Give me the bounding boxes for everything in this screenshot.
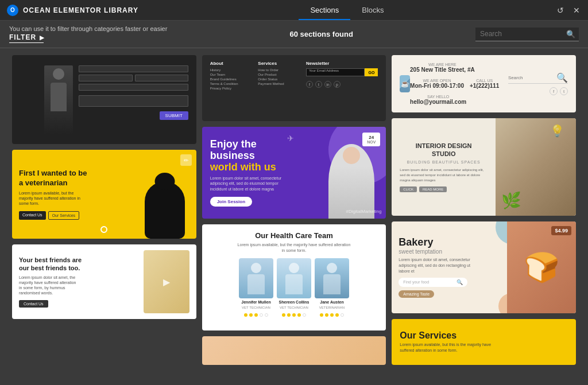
- bakery-body: Lorem ipsum dolor sit amet, consectetur …: [399, 257, 473, 274]
- social-twitter-icon: t: [315, 81, 322, 88]
- form-field-3: [79, 84, 188, 91]
- form-field-2b: [135, 75, 188, 81]
- card-dark-form[interactable]: SUBMIT: [12, 55, 196, 144]
- social-facebook-icon: f: [306, 81, 313, 88]
- filter-button[interactable]: FILTER ▶: [9, 33, 45, 41]
- card-our-services[interactable]: Our Services Lorem ipsum available, but …: [392, 319, 576, 365]
- toolbar-hint: You can use it to filter through categor…: [9, 25, 167, 32]
- footer-services-item-2: Our Product: [258, 73, 306, 76]
- services-subtitle: Lorem ipsum available, but this is the m…: [400, 342, 503, 353]
- bakery-search-icon: 🔍: [457, 279, 463, 285]
- topbar-search-input[interactable]: [508, 75, 554, 80]
- card-topbar[interactable]: ☕ WE ARE HERE 205 New Title Street, #A W…: [392, 55, 576, 112]
- social-instagram-icon: in: [324, 81, 331, 88]
- health-member-3-role: VETERINARIAN: [319, 306, 345, 309]
- grid-area: SUBMIT First I wanted to be a veterinari…: [0, 48, 588, 383]
- dot-1: [244, 313, 247, 317]
- health-member-2-name: Shereen Collins: [279, 300, 310, 304]
- interior-body: Lorem ipsum dolor sit amet, consectetur …: [400, 168, 488, 183]
- health-member-3-name: Jane Austen: [320, 300, 343, 304]
- close-button[interactable]: ✕: [572, 5, 581, 16]
- search-input[interactable]: [480, 30, 566, 38]
- dot-4: [297, 313, 301, 317]
- footer-email-input: Your Email Address: [306, 68, 365, 76]
- bakery-title: Bakery: [399, 237, 569, 248]
- grid-col-right: ☕ WE ARE HERE 205 New Title Street, #A W…: [389, 55, 579, 376]
- yellow-services-btn: Our Services: [48, 211, 79, 220]
- services-title: Our Services: [400, 330, 503, 341]
- topbar-value-3: +1(222)111: [470, 83, 499, 89]
- form-field-1: [79, 65, 188, 72]
- interior-btn-2: READ MORE: [419, 186, 447, 192]
- dark-form-content: SUBMIT: [20, 65, 188, 134]
- bakery-subtitle: sweet temptation: [399, 248, 569, 255]
- topbar-label-2: WE ARE OPEN: [410, 79, 464, 83]
- card-yellow-vet[interactable]: First I wanted to be a veterinarian Lore…: [12, 150, 196, 239]
- footer-about-item-3: Brand Guidelines: [210, 77, 258, 81]
- interior-text: INTERIOR DESIGNSTUDIO BUILDING BEAUTIFUL…: [392, 134, 496, 201]
- bakery-btns: Amazing Taste: [399, 290, 569, 298]
- health-rating-2: [282, 313, 306, 317]
- header-tabs: Sections Blocks: [299, 0, 395, 20]
- health-subtitle: Lorem ipsum available, but the majority …: [237, 242, 351, 254]
- footer-services-title: Services: [258, 61, 306, 66]
- search-icon: 🔍: [566, 30, 575, 38]
- dot-2: [325, 313, 328, 317]
- topbar-value-1: 205 New Title Street, #A: [410, 67, 475, 73]
- footer-email-row: Your Email Address GO: [306, 68, 378, 76]
- refresh-button[interactable]: ↺: [556, 5, 565, 16]
- topbar-social-tw: t: [560, 87, 568, 95]
- friends-image: [144, 250, 189, 313]
- card-health-team[interactable]: Our Health Care Team Lorem ipsum availab…: [202, 224, 386, 330]
- health-avatar-1: [239, 258, 273, 298]
- topbar-item-2: WE ARE OPEN Mon-Fri 09:00-17:00: [410, 79, 464, 89]
- app-title: OCEAN ELEMENTOR LIBRARY: [23, 6, 138, 14]
- header-actions: ↺ ✕: [556, 5, 581, 16]
- card-partial-peach[interactable]: [202, 336, 386, 365]
- filter-underline: [9, 42, 44, 43]
- logo-icon: O: [7, 5, 18, 16]
- services-text-content: Our Services Lorem ipsum available, but …: [400, 330, 503, 353]
- topbar-search: 🔍: [508, 72, 568, 84]
- footer-newsletter-col: Newsletter Your Email Address GO f t in …: [306, 61, 378, 115]
- interior-image: 💡 🌿: [496, 118, 576, 216]
- filter-arrow-icon: ▶: [40, 34, 45, 41]
- tab-blocks[interactable]: Blocks: [350, 0, 395, 20]
- dot-5: [265, 313, 268, 317]
- interior-title: INTERIOR DESIGNSTUDIO: [400, 142, 488, 158]
- card-purple-marketing[interactable]: Enjoy the business world with us Lorem i…: [202, 127, 386, 219]
- search-box[interactable]: 🔍: [475, 28, 579, 41]
- purple-hashtag: #DigitalMarketing: [346, 209, 382, 214]
- purple-text: Enjoy the business world with us Lorem i…: [210, 139, 378, 207]
- social-pinterest-icon: p: [334, 81, 341, 88]
- topbar-logo: ☕: [400, 75, 410, 92]
- topbar-social-row: f t: [550, 87, 568, 95]
- card-friends[interactable]: Your best friends are our best friends t…: [12, 244, 196, 319]
- yellow-edit-icon: ✏: [180, 154, 192, 166]
- dot-5: [341, 313, 344, 317]
- yellow-title: First I wanted to be a veterinarian: [19, 169, 88, 188]
- topbar-label-4: SAY HELLO: [410, 95, 466, 99]
- purple-date-badge: 24 NOV: [362, 133, 380, 146]
- dot-2: [287, 313, 291, 317]
- friends-subtitle: Lorem ipsum dolor sit amet, the majority…: [19, 275, 76, 295]
- card-footer[interactable]: About History Our Team Brand Guidelines …: [202, 55, 386, 121]
- topbar-search-icon: 🔍: [556, 72, 568, 83]
- card-bakery[interactable]: Bakery sweet temptation Lorem ipsum dolo…: [392, 221, 576, 313]
- interior-plant-icon: 🌿: [501, 191, 521, 210]
- topbar-value-4: hello@yourmail.com: [410, 99, 466, 105]
- topbar-value-2: Mon-Fri 09:00-17:00: [410, 83, 464, 89]
- yellow-contact-btn: Contact Us: [19, 211, 46, 220]
- card-interior[interactable]: INTERIOR DESIGNSTUDIO BUILDING BEAUTIFUL…: [392, 118, 576, 216]
- tab-sections[interactable]: Sections: [299, 0, 350, 20]
- toolbar-left: You can use it to filter through categor…: [9, 25, 167, 43]
- health-member-2: Shereen Collins VET TECHNICIAN: [277, 258, 311, 317]
- bakery-text: Bakery sweet temptation Lorem ipsum dolo…: [399, 237, 569, 297]
- footer-services-item-1: How to Order: [258, 68, 306, 72]
- topbar-label-3: CALL US: [470, 79, 499, 83]
- topbar-item-4: SAY HELLO hello@yourmail.com: [410, 95, 466, 105]
- health-title: Our Health Care Team: [209, 231, 380, 240]
- form-field-2a: [79, 75, 132, 81]
- topbar-item-3: CALL US +1(222)111: [470, 79, 499, 89]
- header: O OCEAN ELEMENTOR LIBRARY Sections Block…: [0, 0, 588, 21]
